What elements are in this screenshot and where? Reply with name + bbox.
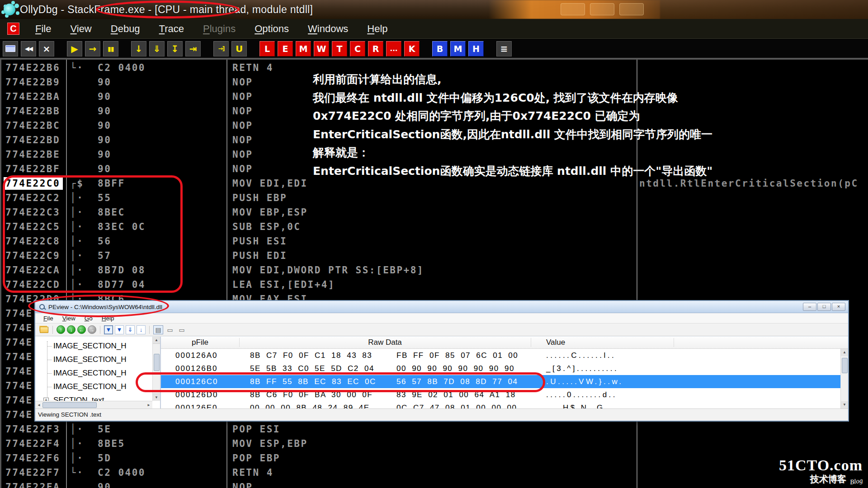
menu-plugins[interactable]: Plugins bbox=[193, 23, 245, 35]
peview-window[interactable]: PEview - C:\Windows\SysWOW64\ntdll.dll –… bbox=[34, 300, 849, 422]
address-cell: 774E22BE bbox=[5, 147, 60, 162]
disasm-row[interactable]: 774E22F6 │· 5D POP EBP bbox=[0, 451, 868, 465]
pv-menu-file[interactable]: File bbox=[40, 314, 57, 323]
scroll-up-icon[interactable]: ▲ bbox=[153, 337, 160, 344]
tree-vertical-scrollbar[interactable]: ▲ ▼ bbox=[152, 337, 160, 401]
tb-step-icon[interactable]: → bbox=[85, 41, 100, 56]
hex-row[interactable]: 000126B0 5E 5B 33 C0 5E 5D C2 04 00 90 9… bbox=[161, 362, 840, 375]
tb-open-icon[interactable] bbox=[3, 41, 18, 56]
tb-references-button[interactable]: R bbox=[368, 41, 383, 56]
hex-row[interactable]: 000126C0 8B FF 55 8B EC 83 EC 0C 56 57 8… bbox=[161, 375, 840, 388]
data-vertical-scrollbar[interactable]: ▲ ▼ bbox=[840, 349, 848, 408]
tb-memory-button[interactable]: M bbox=[296, 41, 311, 56]
ollydbg-toolbar: ◀◀ × ▶ → ▮▮ ↓ ⇓ ↧ ⇥ →] U L E M W T C R .… bbox=[0, 39, 868, 58]
pv-layout-details-icon[interactable]: ▤ bbox=[153, 325, 163, 334]
pv-view-boxed-icon[interactable]: ▼ bbox=[104, 325, 113, 334]
tb-cpu-button[interactable]: C bbox=[350, 41, 365, 56]
tb-step-into-icon[interactable]: ↓ bbox=[131, 41, 146, 56]
scrollbar-thumb[interactable] bbox=[42, 402, 97, 408]
instruction-cell: NOP bbox=[232, 147, 253, 162]
scroll-left-icon[interactable]: ◄ bbox=[35, 403, 42, 407]
instruction-cell: MOV EDI,EDI bbox=[232, 176, 308, 191]
pv-separator[interactable] bbox=[149, 326, 150, 334]
disasm-row[interactable]: 774E22C5 │· 83EC 0C SUB ESP,0C bbox=[0, 220, 868, 234]
tb-threads-button[interactable]: T bbox=[332, 41, 347, 56]
tree-item[interactable]: IMAGE_SECTION_H bbox=[35, 380, 152, 394]
tree-horizontal-scrollbar[interactable]: ◄ ► bbox=[35, 401, 152, 408]
pv-view-solid-icon[interactable]: ▼ bbox=[115, 325, 124, 334]
tb-animate-into-icon[interactable]: ↧ bbox=[167, 41, 183, 56]
minimize-button[interactable]: – bbox=[803, 303, 816, 311]
hex-row[interactable]: 000126E0 00 00 00 8B 48 24 89 4E 0C C7 4… bbox=[161, 401, 840, 408]
tb-breakpoints-button[interactable]: B bbox=[432, 41, 448, 56]
pv-view-under-icon[interactable]: ↓ bbox=[137, 325, 146, 334]
tb-step-over-icon[interactable]: ⇓ bbox=[149, 41, 165, 56]
scroll-down-icon[interactable]: ▼ bbox=[153, 394, 160, 401]
pv-layout-wide-icon[interactable]: ▭ bbox=[165, 325, 175, 334]
scrollbar-thumb[interactable] bbox=[842, 358, 848, 373]
tree-item[interactable]: IMAGE_SECTION_H bbox=[35, 339, 152, 353]
cpu-window-icon[interactable]: C bbox=[7, 23, 19, 35]
pv-nav-up-icon[interactable]: ↑ bbox=[57, 325, 65, 334]
pv-menu-go[interactable]: Go bbox=[81, 314, 96, 323]
bytes-cell: 55 bbox=[98, 191, 111, 205]
column-value[interactable]: Value bbox=[546, 337, 565, 348]
disasm-row[interactable]: 774E22C9 │· 57 PUSH EDI bbox=[0, 249, 868, 263]
tb-restart-icon[interactable]: ◀◀ bbox=[21, 41, 36, 56]
maximize-button[interactable]: □ bbox=[817, 303, 831, 311]
pv-open-icon[interactable] bbox=[39, 325, 49, 335]
disasm-row[interactable]: 774E22C3 │· 8BEC MOV EBP,ESP bbox=[0, 205, 868, 220]
tb-log-button[interactable]: L bbox=[259, 41, 275, 56]
pv-separator[interactable] bbox=[100, 326, 100, 334]
tb-exec-till-return-icon[interactable]: →] bbox=[213, 41, 229, 56]
tb-close-icon[interactable]: × bbox=[39, 41, 54, 56]
pv-layout-flat-icon[interactable]: ▭ bbox=[177, 325, 187, 334]
menu-view[interactable]: View bbox=[61, 23, 101, 35]
pv-nav-forward-icon[interactable]: → bbox=[88, 325, 96, 334]
menu-trace[interactable]: Trace bbox=[150, 23, 193, 35]
disasm-row[interactable]: 774E22F4 │· 8BE5 MOV ESP,EBP bbox=[0, 436, 868, 451]
tb-options-list-icon[interactable]: ≡ bbox=[496, 41, 512, 56]
hex-row[interactable]: 000126A0 8B C7 F0 0F C1 18 43 83 FB FF 0… bbox=[161, 349, 840, 362]
peview-titlebar[interactable]: PEview - C:\Windows\SysWOW64\ntdll.dll –… bbox=[35, 301, 848, 313]
tree-item[interactable]: IMAGE_SECTION_H bbox=[35, 366, 152, 380]
tb-goto-user-icon[interactable]: U bbox=[231, 41, 247, 56]
menu-debug[interactable]: Debug bbox=[101, 23, 150, 35]
pv-separator[interactable] bbox=[52, 326, 53, 334]
tb-windows-button[interactable]: W bbox=[314, 41, 329, 56]
disasm-row[interactable]: 774E22FA 90 NOP bbox=[0, 480, 868, 488]
disasm-row[interactable]: 774E22F3 │· 5E POP ESI bbox=[0, 422, 868, 436]
column-pfile[interactable]: pFile bbox=[161, 337, 239, 348]
pv-menu-view[interactable]: View bbox=[59, 314, 79, 323]
disasm-row[interactable]: 774E22CA │· 8B7D 08 MOV EDI,DWORD PTR SS… bbox=[0, 263, 868, 277]
column-raw-data[interactable]: Raw Data bbox=[239, 337, 531, 348]
tb-patches-button[interactable]: ... bbox=[386, 41, 401, 56]
tb-memory-map-button[interactable]: M bbox=[450, 41, 466, 56]
tb-callstack-button[interactable]: K bbox=[404, 41, 420, 56]
scroll-right-icon[interactable]: ► bbox=[145, 403, 152, 407]
scroll-up-icon[interactable]: ▲ bbox=[841, 349, 848, 356]
hex-row[interactable]: 000126D0 8B C6 F0 0F BA 30 00 0F 83 9E 0… bbox=[161, 388, 840, 401]
scrollbar-thumb[interactable] bbox=[154, 354, 160, 371]
menu-help[interactable]: Help bbox=[358, 23, 397, 35]
disasm-row[interactable]: 774E22C2 │· 55 PUSH EBP bbox=[0, 191, 868, 205]
tb-animate-over-icon[interactable]: ⇥ bbox=[185, 41, 201, 56]
ollydbg-titlebar[interactable]: OllyDbg - StackFrame.exe - [CPU - main t… bbox=[0, 0, 868, 19]
tb-handles-button[interactable]: H bbox=[468, 41, 484, 56]
pv-nav-back-icon[interactable]: ← bbox=[77, 325, 86, 334]
pv-view-bar-icon[interactable]: ⇓ bbox=[126, 325, 135, 334]
menu-options[interactable]: Options bbox=[245, 23, 298, 35]
tb-executables-button[interactable]: E bbox=[278, 41, 293, 56]
disasm-row[interactable]: 774E22C8 │· 56 PUSH ESI bbox=[0, 234, 868, 249]
tb-pause-icon[interactable]: ▮▮ bbox=[103, 41, 118, 56]
pv-menu-help[interactable]: Help bbox=[98, 314, 118, 323]
menu-file[interactable]: File bbox=[26, 23, 61, 35]
disasm-row[interactable]: 774E22F7 └· C2 0400 RETN 4 bbox=[0, 465, 868, 480]
close-button[interactable]: × bbox=[832, 303, 845, 311]
tb-run-icon[interactable]: ▶ bbox=[67, 41, 82, 56]
scroll-down-icon[interactable]: ▼ bbox=[841, 401, 848, 408]
disasm-row[interactable]: 774E22CD │· 8D77 04 LEA ESI,[EDI+4] bbox=[0, 277, 868, 292]
pv-nav-down-icon[interactable]: ↓ bbox=[67, 325, 75, 334]
menu-windows[interactable]: Windows bbox=[298, 23, 358, 35]
tree-item[interactable]: IMAGE_SECTION_H bbox=[35, 353, 152, 366]
